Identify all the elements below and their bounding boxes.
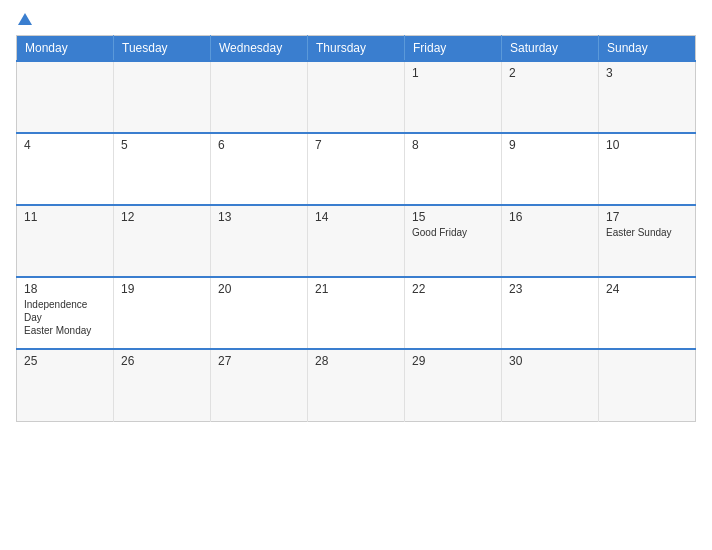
day-number: 8 bbox=[412, 138, 494, 152]
calendar-table: MondayTuesdayWednesdayThursdayFridaySatu… bbox=[16, 35, 696, 422]
day-number: 19 bbox=[121, 282, 203, 296]
calendar-event: Easter Sunday bbox=[606, 226, 688, 239]
day-number: 27 bbox=[218, 354, 300, 368]
calendar-header: MondayTuesdayWednesdayThursdayFridaySatu… bbox=[17, 36, 696, 62]
weekday-wednesday: Wednesday bbox=[211, 36, 308, 62]
calendar-cell: 20 bbox=[211, 277, 308, 349]
weekday-header-row: MondayTuesdayWednesdayThursdayFridaySatu… bbox=[17, 36, 696, 62]
day-number: 18 bbox=[24, 282, 106, 296]
weekday-sunday: Sunday bbox=[599, 36, 696, 62]
calendar-cell bbox=[308, 61, 405, 133]
calendar-cell bbox=[599, 349, 696, 421]
calendar-cell: 2 bbox=[502, 61, 599, 133]
day-number: 22 bbox=[412, 282, 494, 296]
calendar-cell: 1 bbox=[405, 61, 502, 133]
calendar-cell: 16 bbox=[502, 205, 599, 277]
calendar-cell: 6 bbox=[211, 133, 308, 205]
calendar-cell: 10 bbox=[599, 133, 696, 205]
calendar-cell: 30 bbox=[502, 349, 599, 421]
calendar-cell: 15Good Friday bbox=[405, 205, 502, 277]
weekday-saturday: Saturday bbox=[502, 36, 599, 62]
day-number: 15 bbox=[412, 210, 494, 224]
logo-line bbox=[16, 12, 32, 25]
logo-triangle-icon bbox=[18, 13, 32, 25]
day-number: 6 bbox=[218, 138, 300, 152]
day-number: 13 bbox=[218, 210, 300, 224]
day-number: 21 bbox=[315, 282, 397, 296]
calendar-cell bbox=[17, 61, 114, 133]
calendar-cell: 24 bbox=[599, 277, 696, 349]
calendar-event: Easter Monday bbox=[24, 324, 106, 337]
calendar-cell: 22 bbox=[405, 277, 502, 349]
weekday-thursday: Thursday bbox=[308, 36, 405, 62]
calendar-cell: 29 bbox=[405, 349, 502, 421]
weekday-monday: Monday bbox=[17, 36, 114, 62]
calendar-cell: 25 bbox=[17, 349, 114, 421]
calendar-event: Independence Day bbox=[24, 298, 106, 324]
calendar-cell: 23 bbox=[502, 277, 599, 349]
day-number: 26 bbox=[121, 354, 203, 368]
day-number: 3 bbox=[606, 66, 688, 80]
day-number: 29 bbox=[412, 354, 494, 368]
calendar-cell: 13 bbox=[211, 205, 308, 277]
calendar-cell: 4 bbox=[17, 133, 114, 205]
day-number: 11 bbox=[24, 210, 106, 224]
calendar-cell: 17Easter Sunday bbox=[599, 205, 696, 277]
calendar-cell: 12 bbox=[114, 205, 211, 277]
calendar-cell: 3 bbox=[599, 61, 696, 133]
day-number: 23 bbox=[509, 282, 591, 296]
day-number: 5 bbox=[121, 138, 203, 152]
day-number: 10 bbox=[606, 138, 688, 152]
day-number: 25 bbox=[24, 354, 106, 368]
day-number: 2 bbox=[509, 66, 591, 80]
calendar-cell: 19 bbox=[114, 277, 211, 349]
calendar-week-2: 45678910 bbox=[17, 133, 696, 205]
calendar-cell: 21 bbox=[308, 277, 405, 349]
calendar-cell: 9 bbox=[502, 133, 599, 205]
calendar-event: Good Friday bbox=[412, 226, 494, 239]
calendar-body: 123456789101112131415Good Friday1617East… bbox=[17, 61, 696, 421]
day-number: 17 bbox=[606, 210, 688, 224]
calendar-page: MondayTuesdayWednesdayThursdayFridaySatu… bbox=[0, 0, 712, 550]
day-number: 16 bbox=[509, 210, 591, 224]
day-number: 9 bbox=[509, 138, 591, 152]
day-number: 28 bbox=[315, 354, 397, 368]
day-number: 30 bbox=[509, 354, 591, 368]
calendar-cell: 8 bbox=[405, 133, 502, 205]
calendar-cell: 14 bbox=[308, 205, 405, 277]
day-number: 4 bbox=[24, 138, 106, 152]
logo bbox=[16, 12, 32, 25]
day-number: 20 bbox=[218, 282, 300, 296]
day-number: 12 bbox=[121, 210, 203, 224]
day-number: 24 bbox=[606, 282, 688, 296]
calendar-cell: 7 bbox=[308, 133, 405, 205]
calendar-cell: 18Independence DayEaster Monday bbox=[17, 277, 114, 349]
calendar-week-1: 123 bbox=[17, 61, 696, 133]
calendar-week-4: 18Independence DayEaster Monday192021222… bbox=[17, 277, 696, 349]
weekday-tuesday: Tuesday bbox=[114, 36, 211, 62]
day-number: 1 bbox=[412, 66, 494, 80]
calendar-cell: 28 bbox=[308, 349, 405, 421]
calendar-cell bbox=[211, 61, 308, 133]
day-number: 14 bbox=[315, 210, 397, 224]
weekday-friday: Friday bbox=[405, 36, 502, 62]
calendar-cell: 26 bbox=[114, 349, 211, 421]
calendar-week-5: 252627282930 bbox=[17, 349, 696, 421]
calendar-cell: 11 bbox=[17, 205, 114, 277]
calendar-cell: 27 bbox=[211, 349, 308, 421]
calendar-cell bbox=[114, 61, 211, 133]
calendar-cell: 5 bbox=[114, 133, 211, 205]
day-number: 7 bbox=[315, 138, 397, 152]
header bbox=[16, 12, 696, 25]
calendar-week-3: 1112131415Good Friday1617Easter Sunday bbox=[17, 205, 696, 277]
